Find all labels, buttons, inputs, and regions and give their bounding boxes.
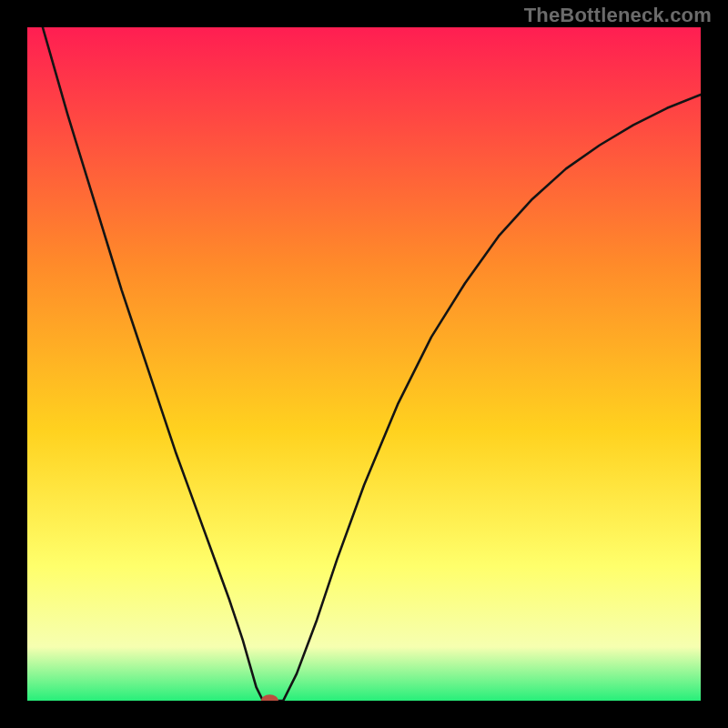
chart-stage: TheBottleneck.com: [0, 0, 728, 728]
chart-plot: [27, 27, 701, 701]
chart-svg: [27, 27, 701, 701]
watermark-text: TheBottleneck.com: [524, 4, 712, 27]
gradient-background: [27, 27, 701, 701]
